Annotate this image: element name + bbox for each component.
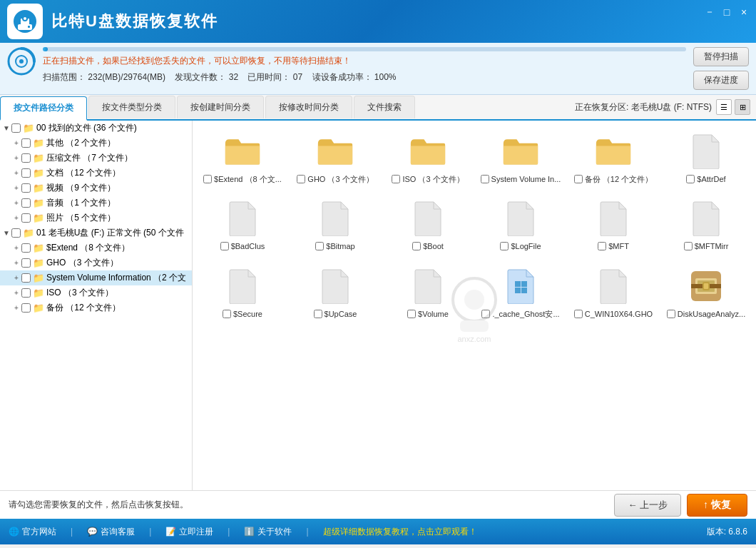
expand-icon-backup[interactable]: +: [13, 304, 20, 312]
expand-icon[interactable]: ▼: [3, 124, 10, 132]
pause-scan-button[interactable]: 暂停扫描: [693, 47, 749, 66]
sidebar-item-gho[interactable]: + 📁 GHO （3 个文件）: [0, 255, 192, 270]
checkbox-file-boot[interactable]: [412, 242, 421, 250]
window-controls: － □ ×: [703, 6, 750, 19]
folder-icon-backup: 📁: [33, 303, 44, 313]
checkbox-audio[interactable]: [21, 198, 31, 208]
checkbox-zip[interactable]: [21, 153, 31, 163]
file-item-extend[interactable]: $Extend （8 个文...: [198, 126, 287, 189]
minimize-button[interactable]: －: [703, 6, 716, 19]
file-item-sysvolinfo[interactable]: System Volume In...: [476, 126, 565, 189]
footer-promo[interactable]: 超级详细数据恢复教程，点击立即观看！: [323, 526, 477, 538]
checkbox-file-secure[interactable]: [223, 310, 231, 318]
footer-register[interactable]: 📝 立即注册: [165, 526, 213, 538]
expand-icon-photo[interactable]: +: [13, 214, 20, 222]
expand-icon-video[interactable]: +: [13, 184, 20, 192]
sidebar-label-doc: 文档 （12 个文件）: [46, 167, 121, 179]
expand-icon-extend[interactable]: +: [13, 244, 20, 252]
checkbox-backup[interactable]: [21, 303, 31, 313]
tab-search[interactable]: 文件搜索: [354, 96, 415, 118]
expand-icon-gho[interactable]: +: [13, 259, 20, 267]
sidebar-item-video[interactable]: + 📁 视频 （9 个文件）: [0, 181, 192, 196]
tab-modify[interactable]: 按修改时间分类: [265, 96, 352, 118]
checkbox-file-disk-usage[interactable]: [667, 310, 675, 318]
checkbox-file-gho[interactable]: [297, 175, 305, 183]
tab-type[interactable]: 按文件类型分类: [88, 96, 175, 118]
checkbox-file-logfile[interactable]: [500, 242, 509, 250]
file-item-bitmap[interactable]: $Bitmap: [291, 193, 379, 256]
file-icon-badclus: [223, 198, 262, 238]
file-item-logfile[interactable]: $LogFile: [476, 193, 565, 256]
file-item-mft[interactable]: $MFT: [569, 193, 658, 256]
file-item-backup[interactable]: 备份 （12 个文件）: [569, 126, 658, 189]
footer-about[interactable]: ℹ️ 关于软件: [244, 526, 292, 538]
expand-icon-zip[interactable]: +: [13, 154, 20, 162]
sidebar-item-doc[interactable]: + 📁 文档 （12 个文件）: [0, 166, 192, 181]
list-view-button[interactable]: ☰: [716, 99, 732, 115]
file-item-disk-usage[interactable]: DiskUsageAnalyz...: [662, 261, 750, 324]
footer-support[interactable]: 💬 咨询客服: [87, 526, 135, 538]
file-item-mftmirr[interactable]: $MFTMirr: [662, 193, 750, 256]
checkbox-gho[interactable]: [21, 258, 31, 268]
file-item-iso[interactable]: ISO （3 个文件）: [384, 126, 472, 189]
checkbox-file-cache-ghost[interactable]: [481, 310, 490, 318]
close-button[interactable]: ×: [737, 6, 750, 19]
sidebar-item-root0[interactable]: ▼ 📁 00 找到的文件 (36 个文件): [0, 121, 192, 136]
checkbox-extend[interactable]: [21, 243, 31, 253]
checkbox-file-upcase[interactable]: [314, 310, 322, 318]
checkbox-root1[interactable]: [11, 228, 21, 238]
file-item-upcase[interactable]: $UpCase: [291, 261, 379, 324]
checkbox-file-badclus[interactable]: [220, 242, 229, 250]
checkbox-file-iso[interactable]: [392, 175, 400, 183]
checkbox-doc[interactable]: [21, 168, 31, 178]
folder-icon-gho: 📁: [33, 258, 44, 268]
expand-icon-iso[interactable]: +: [13, 289, 20, 297]
sidebar-item-other[interactable]: + 📁 其他 （2 个文件）: [0, 136, 192, 151]
file-item-attrdef[interactable]: $AttrDef: [662, 126, 750, 189]
file-item-gho[interactable]: GHO （3 个文件）: [291, 126, 379, 189]
checkbox-file-volume[interactable]: [407, 310, 416, 318]
tab-path[interactable]: 按文件路径分类: [0, 96, 87, 121]
grid-view-button[interactable]: ⊞: [735, 99, 750, 115]
save-progress-button[interactable]: 保存进度: [693, 71, 749, 90]
checkbox-photo[interactable]: [21, 213, 31, 223]
sidebar-item-sysvolinfo[interactable]: + 📁 System Volume Information （2 个文: [0, 270, 192, 285]
back-button[interactable]: ← 上一步: [614, 494, 681, 517]
checkbox-video[interactable]: [21, 183, 31, 193]
recover-button[interactable]: ↑ 恢复: [687, 494, 747, 517]
expand-icon-sysvolinfo[interactable]: +: [13, 274, 20, 282]
file-item-boot[interactable]: $Boot: [384, 193, 472, 256]
checkbox-file-sysvolinfo[interactable]: [481, 175, 489, 183]
file-item-win10-gho[interactable]: C_WIN10X64.GHO: [569, 261, 658, 324]
checkbox-iso[interactable]: [21, 288, 31, 298]
sidebar-item-extend[interactable]: + 📁 $Extend （8 个文件）: [0, 240, 192, 255]
file-item-volume[interactable]: $Volume: [384, 261, 472, 324]
file-label-attrdef: $AttrDef: [686, 174, 725, 184]
expand-icon-audio[interactable]: +: [13, 199, 20, 207]
checkbox-file-extend[interactable]: [203, 175, 212, 183]
sidebar-item-zip[interactable]: + 📁 压缩文件 （7 个文件）: [0, 151, 192, 166]
maximize-button[interactable]: □: [720, 6, 733, 19]
sidebar-item-backup[interactable]: + 📁 备份 （12 个文件）: [0, 300, 192, 315]
checkbox-file-attrdef[interactable]: [686, 175, 695, 183]
expand-icon-root1[interactable]: ▼: [3, 229, 10, 237]
checkbox-file-win10-gho[interactable]: [574, 310, 583, 318]
checkbox-root0[interactable]: [11, 123, 21, 133]
checkbox-sysvolinfo[interactable]: [21, 273, 31, 283]
sidebar-item-iso[interactable]: + 📁 ISO （3 个文件）: [0, 285, 192, 300]
checkbox-file-mft[interactable]: [598, 242, 606, 250]
checkbox-other[interactable]: [21, 138, 31, 148]
checkbox-file-mftmirr[interactable]: [684, 242, 693, 250]
file-item-secure[interactable]: $Secure: [198, 261, 287, 324]
expand-icon-other[interactable]: +: [13, 139, 20, 147]
file-item-badclus[interactable]: $BadClus: [198, 193, 287, 256]
checkbox-file-bitmap[interactable]: [315, 242, 324, 250]
file-item-cache-ghost[interactable]: ._cache_Ghost安...: [476, 261, 565, 324]
footer-website[interactable]: 🌐 官方网站: [9, 526, 56, 538]
tab-create[interactable]: 按创建时间分类: [177, 96, 264, 118]
sidebar-item-root1[interactable]: ▼ 📁 01 老毛桃U盘 (F:) 正常文件 (50 个文件: [0, 225, 192, 240]
sidebar-item-audio[interactable]: + 📁 音频 （1 个文件）: [0, 196, 192, 210]
expand-icon-doc[interactable]: +: [13, 169, 20, 177]
sidebar-item-photo[interactable]: + 📁 照片 （5 个文件）: [0, 210, 192, 225]
checkbox-file-backup[interactable]: [574, 175, 583, 183]
